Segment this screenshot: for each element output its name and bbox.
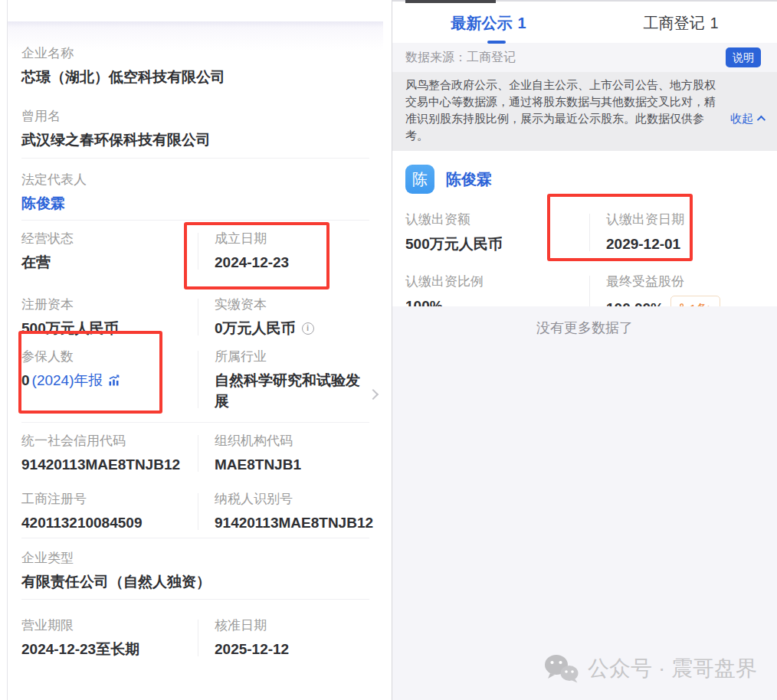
company-type-value: 有限责任公司（自然人独资） bbox=[21, 571, 369, 592]
field-subscribed-amount: 认缴出资额 500万元人民币 bbox=[405, 211, 589, 254]
info-icon[interactable] bbox=[302, 322, 314, 335]
subscribed-amount-value: 500万元人民币 bbox=[405, 234, 589, 254]
no-more-data-text: 没有更多数据了 bbox=[392, 306, 777, 337]
watermark-text: 公众号 · 震哥盘界 bbox=[588, 654, 757, 683]
field-company-type: 企业类型 有限责任公司（自然人独资） bbox=[21, 549, 369, 592]
field-taxpayer-id: 纳税人识别号 91420113MAE8TNJB12 bbox=[198, 490, 373, 533]
insured-count-value: 0 bbox=[21, 370, 30, 391]
divider bbox=[21, 599, 369, 600]
field-paid-capital: 实缴资本 0万元人民币 bbox=[198, 296, 369, 339]
divider bbox=[21, 220, 369, 221]
shareholder-card: 陈 陈俊霖 认缴出资额 500万元人民币 认缴出资日期 2029-12-01 认… bbox=[392, 165, 777, 321]
credit-code-value: 91420113MAE8TNJB12 bbox=[21, 454, 198, 475]
explain-button[interactable]: 说明 bbox=[726, 47, 761, 67]
field-credit-code: 统一社会信用代码 91420113MAE8TNJB12 bbox=[21, 432, 198, 475]
field-business-term: 营业期限 2024-12-23至长期 bbox=[21, 617, 198, 659]
company-name-value: 芯璟（湖北）低空科技有限公司 bbox=[21, 67, 369, 87]
former-name-label: 曾用名 bbox=[21, 107, 369, 126]
shareholder-avatar[interactable]: 陈 bbox=[405, 165, 434, 194]
field-org-code: 组织机构代码 MAE8TNJB1 bbox=[198, 432, 369, 475]
field-former-name: 曾用名 武汉绿之春环保科技有限公司 bbox=[21, 107, 369, 150]
tab-latest-disclosure[interactable]: 最新公示 1 bbox=[392, 3, 585, 43]
divider bbox=[21, 158, 369, 159]
tab-bar: 最新公示 1 工商登记 1 bbox=[392, 3, 777, 43]
legal-rep-link[interactable]: 陈俊霖 bbox=[21, 195, 65, 211]
establishment-date-value: 2024-12-23 bbox=[215, 252, 369, 273]
taxpayer-id-value: 91420113MAE8TNJB12 bbox=[215, 512, 373, 533]
composite-screenshot: 企业名称 芯璟（湖北）低空科技有限公司 曾用名 武汉绿之春环保科技有限公司 法定… bbox=[0, 0, 777, 700]
industry-value: 自然科学研究和试验发展 bbox=[215, 370, 371, 411]
legal-rep-label: 法定代表人 bbox=[21, 171, 369, 189]
collapse-link[interactable]: 收起 bbox=[730, 110, 763, 127]
business-status-value: 在营 bbox=[21, 252, 198, 273]
wechat-icon bbox=[543, 654, 579, 683]
active-tab-underline bbox=[487, 41, 506, 44]
divider bbox=[21, 422, 369, 423]
field-legal-representative: 法定代表人 陈俊霖 bbox=[21, 171, 369, 214]
shareholder-panel: 最新公示 1 工商登记 1 数据来源：工商登记 说明 收起 风鸟整合政府公示、企… bbox=[392, 0, 777, 700]
watermark: 公众号 · 震哥盘界 bbox=[543, 654, 757, 683]
field-registered-capital: 注册资本 500万元人民币 bbox=[21, 296, 198, 339]
field-company-name: 企业名称 芯璟（湖北）低空科技有限公司 bbox=[21, 44, 369, 87]
approval-date-value: 2025-12-12 bbox=[215, 639, 369, 659]
paid-capital-value: 0万元人民币 bbox=[215, 318, 296, 339]
field-industry[interactable]: 所属行业 自然科学研究和试验发展 bbox=[198, 348, 371, 411]
annual-report-link[interactable]: (2024)年报 bbox=[32, 370, 103, 391]
org-code-value: MAE8TNJB1 bbox=[215, 454, 369, 475]
field-approval-date: 核准日期 2025-12-12 bbox=[198, 617, 369, 659]
company-name-label: 企业名称 bbox=[21, 44, 369, 63]
tab-business-registration[interactable]: 工商登记 1 bbox=[585, 3, 777, 43]
company-info-card: 企业名称 芯璟（湖北）低空科技有限公司 曾用名 武汉绿之春环保科技有限公司 法定… bbox=[8, 21, 383, 700]
list-end-zone: 没有更多数据了 bbox=[392, 306, 777, 700]
chevron-up-icon bbox=[757, 116, 766, 124]
field-registration-number: 工商注册号 420113210084509 bbox=[21, 490, 198, 533]
business-term-value: 2024-12-23至长期 bbox=[21, 639, 198, 659]
field-establishment-date: 成立日期 2024-12-23 bbox=[198, 230, 369, 273]
data-source-bar: 数据来源：工商登记 说明 bbox=[392, 43, 777, 72]
annual-report-chart-icon[interactable] bbox=[108, 375, 120, 387]
former-name-value: 武汉绿之春环保科技有限公司 bbox=[21, 129, 369, 150]
field-business-status: 经营状态 在营 bbox=[21, 230, 198, 273]
tab-registration-count: 1 bbox=[710, 15, 718, 32]
shareholder-name-link[interactable]: 陈俊霖 bbox=[446, 169, 492, 190]
tab-latest-count: 1 bbox=[517, 15, 526, 32]
data-source-notice: 收起 风鸟整合政府公示、企业自主公示、上市公司公告、地方股权交易中心等数据源，通… bbox=[392, 72, 777, 151]
field-insured-persons: 参保人数 0 (2024)年报 bbox=[21, 348, 198, 411]
registered-capital-value: 500万元人民币 bbox=[21, 318, 198, 339]
notice-text: 风鸟整合政府公示、企业自主公示、上市公司公告、地方股权交易中心等数据源，通过将股… bbox=[405, 78, 716, 142]
data-source-text: 数据来源：工商登记 bbox=[405, 50, 516, 66]
registration-number-value: 420113210084509 bbox=[21, 512, 198, 533]
subscription-date-value: 2029-12-01 bbox=[606, 234, 764, 254]
field-subscription-date: 认缴出资日期 2029-12-01 bbox=[589, 211, 764, 254]
divider bbox=[21, 538, 369, 538]
